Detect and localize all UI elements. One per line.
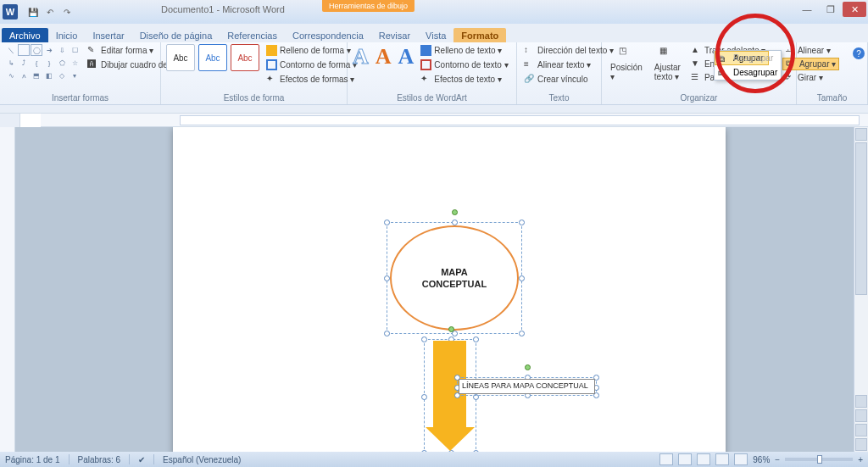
shape-effects-button[interactable]: ✦Efectos de formas ▾ — [264, 73, 359, 86]
wordart-style-option[interactable]: A — [376, 44, 392, 69]
shape-icon[interactable]: ☐ — [69, 44, 81, 56]
freeform-shape-icon[interactable]: ʌ — [18, 69, 30, 81]
tab-home[interactable]: Inicio — [48, 28, 86, 42]
minimize-button[interactable]: — — [795, 2, 819, 17]
shape-gallery[interactable]: ＼ ◯ ➔ ⇩ ☐ ↳ ⤴ { } ⬠ ☆ ∿ ʌ ⬒ ◧ ◇ ▾ — [5, 44, 81, 81]
page[interactable]: MAPACONCEPTUAL — [173, 127, 726, 452]
undo-icon[interactable]: ↶ — [43, 5, 57, 19]
wordart-style-option[interactable]: A — [398, 44, 415, 69]
shape-style-option[interactable]: Abc — [198, 44, 227, 71]
next-page-button[interactable] — [855, 438, 867, 451]
textbox-shape[interactable]: LÍNEAS PARA MAPA CONCEPTUAL — [459, 379, 595, 394]
rect-shape-icon[interactable]: ◯ — [31, 44, 42, 56]
word-app-icon: W — [3, 4, 18, 19]
maximize-button[interactable]: ❐ — [819, 2, 843, 17]
resize-handle[interactable] — [384, 331, 390, 336]
shape-style-gallery[interactable]: Abc Abc Abc — [166, 44, 259, 71]
resize-handle[interactable] — [384, 275, 390, 281]
outline-icon — [266, 59, 277, 70]
rotate-icon: ⟳ — [784, 72, 795, 83]
group-icon: ⧉ — [786, 58, 797, 69]
rotate-handle[interactable] — [448, 326, 454, 332]
brace-shape-icon[interactable]: { — [31, 57, 42, 69]
vertical-scrollbar[interactable] — [854, 127, 868, 452]
shape-icon[interactable]: ☆ — [69, 57, 81, 69]
more-shapes-icon[interactable]: ▾ — [69, 69, 81, 81]
shape-icon[interactable]: ◇ — [56, 69, 68, 81]
text-fill-button[interactable]: Relleno de texto ▾ — [419, 44, 509, 57]
rotate-handle[interactable] — [525, 364, 531, 370]
tab-mailings[interactable]: Correspondencia — [285, 28, 371, 42]
text-outline-icon — [420, 59, 431, 70]
oval-shape[interactable]: MAPACONCEPTUAL — [390, 225, 519, 331]
draft-view-button[interactable] — [734, 453, 748, 465]
send-backward-icon: ▼ — [691, 58, 702, 69]
position-button[interactable]: ◳Posición ▾ — [607, 44, 646, 83]
prev-page-button[interactable] — [855, 409, 867, 422]
zoom-in-button[interactable]: + — [858, 455, 863, 464]
line-shape-icon[interactable]: ↳ — [5, 57, 17, 69]
text-effects-button[interactable]: ✦Efectos de texto ▾ — [419, 73, 509, 86]
line-shape-icon[interactable]: ＼ — [5, 44, 17, 56]
group-label: Insertar formas — [5, 93, 155, 104]
zoom-slider-thumb[interactable] — [817, 455, 822, 464]
tab-insert[interactable]: Insertar — [85, 28, 131, 42]
shape-icon[interactable]: ⇩ — [56, 44, 68, 56]
scroll-thumb[interactable] — [855, 142, 867, 295]
tab-page-layout[interactable]: Diseño de página — [132, 28, 220, 42]
arrow-shape-icon[interactable]: ➔ — [43, 44, 55, 56]
shape-outline-button[interactable]: Contorno de forma ▾ — [264, 58, 359, 71]
scroll-down-button[interactable] — [855, 395, 867, 408]
resize-handle[interactable] — [519, 331, 525, 336]
print-layout-view-button[interactable] — [659, 453, 673, 465]
rotate-handle[interactable] — [452, 209, 458, 215]
rect-shape-icon[interactable] — [18, 44, 30, 56]
save-icon[interactable]: 💾 — [26, 5, 40, 19]
zoom-slider[interactable] — [785, 458, 853, 461]
shape-style-option[interactable]: Abc — [231, 44, 259, 71]
menu-item-ungroup[interactable]: ⧈Desagrupar — [715, 65, 781, 80]
wrap-text-button[interactable]: ▦Ajustar texto ▾ — [651, 44, 684, 83]
shape-icon[interactable]: ⬠ — [56, 57, 68, 69]
close-button[interactable]: ✕ — [843, 2, 866, 17]
language-indicator[interactable]: Español (Venezuela) — [163, 455, 241, 464]
oval-text: MAPACONCEPTUAL — [422, 266, 487, 291]
tab-review[interactable]: Revisar — [371, 28, 418, 42]
document-title: Documento1 - Microsoft Word — [161, 4, 285, 14]
tab-view[interactable]: Vista — [418, 28, 453, 42]
page-indicator[interactable]: Página: 1 de 1 — [5, 455, 60, 464]
tab-references[interactable]: Referencias — [220, 28, 285, 42]
zoom-out-button[interactable]: − — [775, 455, 780, 464]
resize-handle[interactable] — [519, 275, 525, 281]
spellcheck-icon[interactable]: ✔ — [138, 455, 145, 464]
fill-icon — [266, 45, 277, 56]
status-bar: Página: 1 de 1 Palabras: 6 ✔ Español (Ve… — [0, 452, 868, 467]
wordart-style-option[interactable]: A — [353, 44, 369, 69]
word-count[interactable]: Palabras: 6 — [78, 455, 121, 464]
shape-icon[interactable]: ⬒ — [31, 69, 42, 81]
text-outline-button[interactable]: Contorno de texto ▾ — [419, 58, 509, 71]
resize-handle[interactable] — [384, 220, 390, 225]
wordart-gallery[interactable]: A A A — [353, 44, 414, 69]
scroll-up-button[interactable] — [855, 128, 867, 141]
horizontal-ruler[interactable] — [41, 114, 868, 127]
tab-format[interactable]: Formato — [453, 28, 506, 42]
connector-shape-icon[interactable]: ⤴ — [18, 57, 30, 69]
brace-shape-icon[interactable]: } — [43, 57, 55, 69]
resize-handle[interactable] — [519, 220, 525, 225]
outline-view-button[interactable] — [715, 453, 729, 465]
resize-handle[interactable] — [452, 220, 458, 225]
zoom-level[interactable]: 96% — [753, 455, 770, 464]
curve-shape-icon[interactable]: ∿ — [5, 69, 17, 81]
help-icon[interactable]: ? — [853, 47, 865, 59]
down-arrow-shape[interactable] — [426, 341, 475, 451]
vertical-ruler[interactable] — [0, 127, 15, 452]
shape-style-option[interactable]: Abc — [166, 44, 195, 71]
fullscreen-view-button[interactable] — [678, 453, 692, 465]
redo-icon[interactable]: ↷ — [60, 5, 74, 19]
shape-fill-button[interactable]: Relleno de forma ▾ — [264, 44, 359, 57]
browse-object-button[interactable] — [855, 424, 867, 436]
web-layout-view-button[interactable] — [697, 453, 710, 465]
shape-icon[interactable]: ◧ — [43, 69, 55, 81]
tab-file[interactable]: Archivo — [2, 28, 48, 42]
